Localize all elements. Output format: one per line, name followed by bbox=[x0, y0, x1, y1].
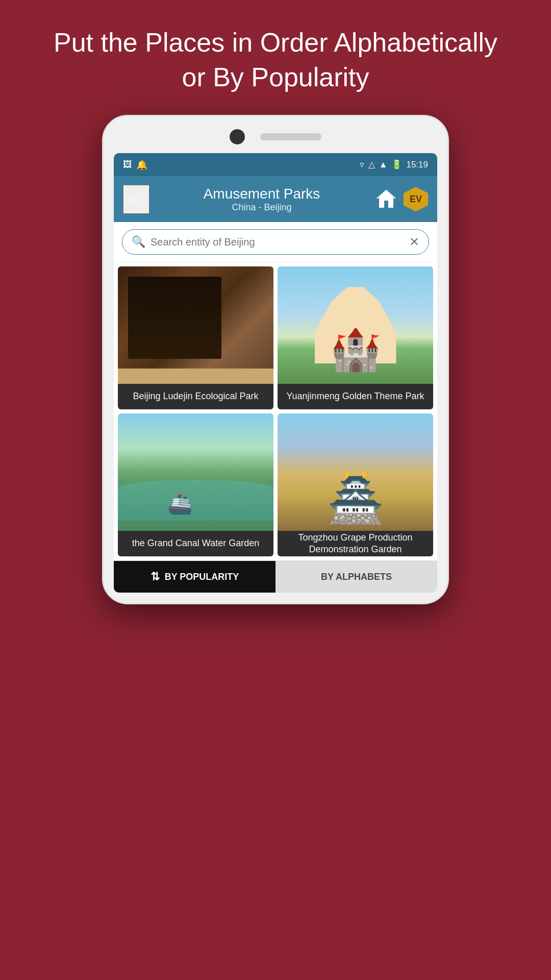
search-icon: 🔍 bbox=[132, 235, 145, 249]
app-bar-title: Amusement Parks China - Beijing bbox=[204, 186, 320, 213]
battery-icon: 🔋 bbox=[391, 159, 402, 170]
signal1-icon: △ bbox=[368, 159, 375, 170]
image-icon: 🖼 bbox=[123, 159, 132, 170]
home-button[interactable] bbox=[374, 186, 398, 212]
clear-button[interactable]: ✕ bbox=[409, 235, 419, 249]
place-image-grand-canal bbox=[118, 413, 273, 531]
search-input[interactable] bbox=[151, 236, 404, 248]
app-subtitle: China - Beijing bbox=[204, 202, 320, 213]
status-right-icons: ▿ △ ▲ 🔋 15:19 bbox=[360, 159, 428, 170]
phone-top bbox=[114, 127, 437, 147]
notification-icon: 🔔 bbox=[136, 159, 147, 170]
place-image-tongzhou bbox=[278, 413, 433, 531]
search-container: 🔍 ✕ bbox=[114, 222, 437, 262]
search-bar: 🔍 ✕ bbox=[122, 229, 429, 255]
headline: Put the Places in Order Alphabetically o… bbox=[0, 0, 551, 115]
place-image-yuanjinmeng bbox=[278, 266, 433, 384]
place-card-grand-canal[interactable]: the Grand Canal Water Garden bbox=[118, 413, 273, 556]
wifi-icon: ▿ bbox=[360, 159, 364, 170]
phone-screen: 🖼 🔔 ▿ △ ▲ 🔋 15:19 ← Amusement Parks Chin… bbox=[114, 153, 437, 593]
header-text: Put the Places in Order Alphabetically o… bbox=[0, 0, 551, 115]
place-label-tongzhou: Tongzhou Grape Production Demonstration … bbox=[278, 531, 433, 556]
status-bar: 🖼 🔔 ▿ △ ▲ 🔋 15:19 bbox=[114, 153, 437, 176]
app-title: Amusement Parks bbox=[204, 186, 320, 202]
app-bar: ← Amusement Parks China - Beijing EV bbox=[114, 176, 437, 222]
place-image-beijing-ludejin bbox=[118, 266, 273, 384]
ev-badge[interactable]: EV bbox=[404, 187, 428, 211]
by-alphabets-button[interactable]: BY ALPHABETS bbox=[276, 561, 437, 593]
places-grid: Beijing Ludejin Ecological Park Yuanjinm… bbox=[114, 262, 437, 560]
phone-speaker bbox=[260, 133, 321, 140]
place-card-yuanjinmeng[interactable]: Yuanjinmeng Golden Theme Park bbox=[278, 266, 433, 409]
bottom-bar: ⇅ BY POPULARITY BY ALPHABETS bbox=[114, 560, 437, 593]
place-card-tongzhou[interactable]: Tongzhou Grape Production Demonstration … bbox=[278, 413, 433, 556]
status-left-icons: 🖼 🔔 bbox=[123, 159, 147, 170]
place-card-beijing-ludejin[interactable]: Beijing Ludejin Ecological Park bbox=[118, 266, 273, 409]
clock: 15:19 bbox=[406, 160, 428, 170]
place-label-yuanjinmeng: Yuanjinmeng Golden Theme Park bbox=[278, 384, 433, 409]
place-label-beijing-ludejin: Beijing Ludejin Ecological Park bbox=[118, 384, 273, 409]
alphabets-label: BY ALPHABETS bbox=[321, 572, 392, 582]
by-popularity-button[interactable]: ⇅ BY POPULARITY bbox=[114, 561, 276, 593]
app-bar-actions: EV bbox=[374, 186, 428, 212]
sort-icon: ⇅ bbox=[151, 570, 160, 583]
popularity-label: BY POPULARITY bbox=[165, 572, 239, 582]
signal2-icon: ▲ bbox=[379, 160, 388, 170]
phone-mockup: 🖼 🔔 ▿ △ ▲ 🔋 15:19 ← Amusement Parks Chin… bbox=[102, 115, 449, 604]
back-button[interactable]: ← bbox=[123, 185, 149, 214]
place-label-grand-canal: the Grand Canal Water Garden bbox=[118, 531, 273, 556]
phone-camera bbox=[230, 129, 245, 144]
